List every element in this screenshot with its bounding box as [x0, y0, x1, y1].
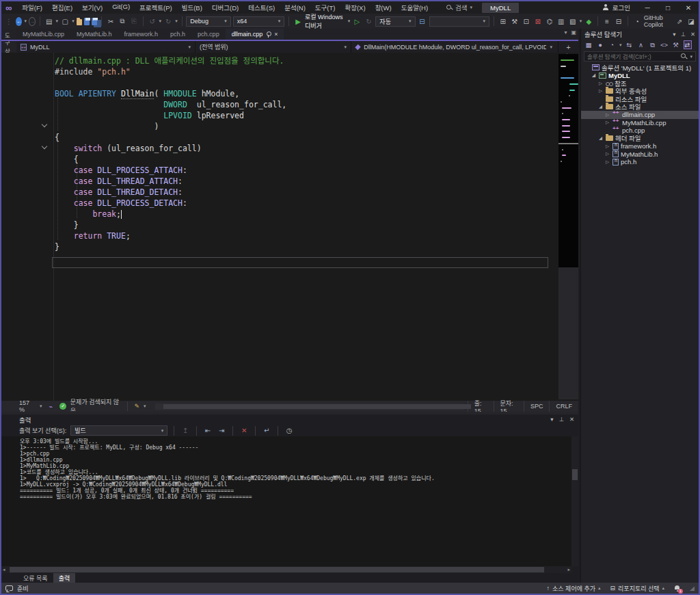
indicator-margin-icon[interactable]: ⌁ — [46, 401, 55, 412]
pin-icon[interactable]: ⊥ — [680, 31, 685, 38]
scroll-left-icon[interactable]: ◂ — [3, 567, 5, 572]
spaces-indicator[interactable]: SPC — [524, 401, 550, 412]
tree-item-framework.h[interactable]: ▷framework.h — [581, 142, 699, 150]
menu-item[interactable]: 빌드(B) — [177, 1, 207, 14]
navigate-back-icon[interactable]: ← — [16, 17, 22, 26]
menu-item[interactable]: 테스트(S) — [243, 1, 280, 14]
menu-item[interactable]: 프로젝트(P) — [135, 1, 177, 14]
tree-arrow-icon[interactable]: ◢ — [597, 104, 604, 109]
github-copilot-label[interactable]: GitHub Copilot — [644, 14, 673, 28]
maximize-button[interactable]: □ — [658, 1, 678, 14]
minimap[interactable] — [558, 54, 578, 267]
output-vertical-scrollbar[interactable] — [571, 436, 578, 566]
feedback-balloon-icon[interactable] — [5, 585, 13, 591]
refresh-clock-icon[interactable]: ◔ — [608, 41, 616, 49]
wrench-icon[interactable]: ⚒ — [510, 16, 520, 27]
platform-select[interactable]: x64▾ — [233, 16, 285, 27]
next-message-icon[interactable]: ⇥ — [217, 425, 226, 436]
tree-item-헤더 파일[interactable]: ◢헤더 파일 — [581, 135, 699, 143]
chevron-down-icon[interactable]: ▾ — [580, 18, 582, 24]
github-copilot-icon[interactable]: ◔ — [632, 16, 642, 27]
tree-item-MyDLL[interactable]: ◢MyDLL — [581, 72, 699, 80]
select-repository-button[interactable]: ⊟ 리포지토리 선택 ▴ — [610, 584, 665, 593]
float-window-icon[interactable]: ▣ — [571, 29, 576, 36]
error-lookup-icon[interactable]: ⊠ — [533, 16, 543, 27]
outline-icon[interactable]: ≡ — [602, 16, 612, 27]
output-horizontal-scrollbar[interactable]: ◂ ▸ — [1, 566, 571, 573]
code-cleanup-icon[interactable]: ✎ — [134, 403, 139, 410]
chevron-down-icon[interactable]: ▾ — [144, 404, 146, 409]
tab-list-chevron-icon[interactable]: ▾ — [564, 29, 567, 36]
tree-arrow-icon[interactable]: ◢ — [597, 135, 604, 141]
tree-arrow-icon[interactable]: ▷ — [604, 159, 610, 165]
collapse-all-icon[interactable]: ∧ — [637, 41, 645, 49]
pending-changes-icon[interactable]: ● — [596, 41, 604, 49]
new-file-icon[interactable]: ▢ — [60, 16, 70, 27]
open-folder-icon[interactable] — [77, 19, 83, 25]
chevron-down-icon[interactable]: ▾ — [72, 18, 75, 24]
tree-arrow-icon[interactable]: ▷ — [604, 144, 610, 149]
cut-icon[interactable]: ✂ — [106, 16, 116, 27]
watch-type-select[interactable]: 자동▾ — [375, 16, 415, 27]
new-project-icon[interactable]: ▤ — [44, 16, 54, 27]
close-icon[interactable]: × — [274, 31, 278, 38]
chevron-down-icon[interactable]: ▾ — [56, 18, 59, 24]
chevron-down-icon[interactable]: ▾ — [159, 18, 162, 24]
menu-item[interactable]: 디버그(D) — [207, 1, 243, 14]
tree-arrow-icon[interactable]: ▷ — [597, 88, 604, 94]
tree-item-솔루션 'MyDLL' (1 프로젝트의 1)[interactable]: 솔루션 'MyDLL' (1 프로젝트의 1) — [581, 64, 699, 72]
tree-arrow-icon[interactable]: ▷ — [597, 81, 604, 86]
navigate-forward-icon[interactable]: → — [29, 17, 36, 26]
menu-item[interactable]: Git(G) — [107, 1, 135, 14]
live-share-icon[interactable]: ⊡ — [522, 16, 531, 27]
properties-window-icon[interactable]: ⊞ — [498, 16, 508, 27]
save-icon[interactable] — [84, 18, 90, 25]
previous-message-icon[interactable]: ⇤ — [203, 425, 213, 436]
solution-search-input[interactable] — [587, 53, 678, 60]
find-message-icon[interactable]: ↥ — [180, 425, 190, 436]
chevron-down-icon[interactable]: ▾ — [673, 31, 675, 38]
paste-icon[interactable]: ⎘ — [129, 16, 139, 27]
tree-item-pch.h[interactable]: ▷pch.h — [581, 158, 699, 166]
share-icon[interactable]: ⇗ — [675, 16, 684, 27]
output-source-select[interactable]: 빌드▾ — [70, 425, 167, 436]
tab-dllmain.cpp[interactable]: dllmain.cpp× — [226, 29, 284, 40]
scope-dropdown[interactable]: (전역 범위) ▾ — [196, 41, 351, 53]
tree-item-MyMathLib.cpp[interactable]: ▷MyMathLib.cpp — [581, 119, 699, 127]
package-manager-icon[interactable]: ▧ — [568, 16, 578, 27]
menu-item[interactable]: 편집(E) — [47, 1, 77, 14]
tool-tab-오류 목록[interactable]: 오류 목록 — [18, 573, 53, 583]
solution-name-button[interactable]: MyDLL — [482, 3, 519, 13]
tree-item-소스 파일[interactable]: ◢소스 파일 — [581, 103, 699, 111]
scroll-right-icon[interactable]: ▸ — [567, 567, 570, 572]
save-all-icon[interactable] — [92, 18, 97, 25]
attach-icon[interactable]: ⊟ — [418, 16, 427, 27]
scrollbar-thumb[interactable] — [572, 469, 578, 480]
copy-icon[interactable]: ⧉ — [118, 16, 127, 27]
minimize-button[interactable]: ─ — [637, 1, 658, 14]
pin-icon[interactable] — [266, 31, 271, 38]
word-wrap-icon[interactable]: ↵ — [262, 425, 271, 436]
zoom-select[interactable]: 157 % — [19, 399, 36, 413]
scrollbar-thumb[interactable] — [10, 567, 544, 572]
tree-arrow-icon[interactable]: ▷ — [604, 151, 610, 157]
code-editor[interactable]: // dllmain.cpp : DLL 애플리케이션의 진입점을 정의합니다.… — [1, 53, 578, 401]
tab-framework.h[interactable]: framework.h — [118, 29, 165, 40]
fold-chevron-icon[interactable] — [42, 144, 47, 149]
clear-all-icon[interactable]: ✕ — [239, 425, 249, 436]
menu-item[interactable]: 창(W) — [371, 1, 396, 14]
chevron-down-icon[interactable]: ▾ — [40, 404, 42, 409]
tree-item-dllmain.cpp[interactable]: ▷dllmain.cpp — [581, 111, 699, 119]
hot-reload-icon[interactable]: ↻ — [364, 16, 373, 27]
scrollbar-thumb[interactable] — [163, 404, 471, 409]
menu-item[interactable]: 보기(V) — [77, 1, 107, 14]
tree-arrow-icon[interactable]: ▷ — [604, 112, 610, 118]
close-icon[interactable]: ✕ — [690, 31, 695, 38]
sync-with-active-document-icon[interactable]: ⇄ — [684, 40, 692, 49]
start-without-debugging-icon[interactable]: ▷ — [352, 16, 362, 27]
properties-icon[interactable]: ⧉ — [649, 41, 657, 49]
chevron-down-icon[interactable]: ▾ — [175, 18, 178, 24]
add-view-button[interactable]: + — [558, 41, 578, 53]
switch-views-icon[interactable]: ▦ — [584, 41, 593, 49]
add-to-source-control-button[interactable]: ↑ 소스 제어에 추가 ▴ — [547, 584, 601, 593]
